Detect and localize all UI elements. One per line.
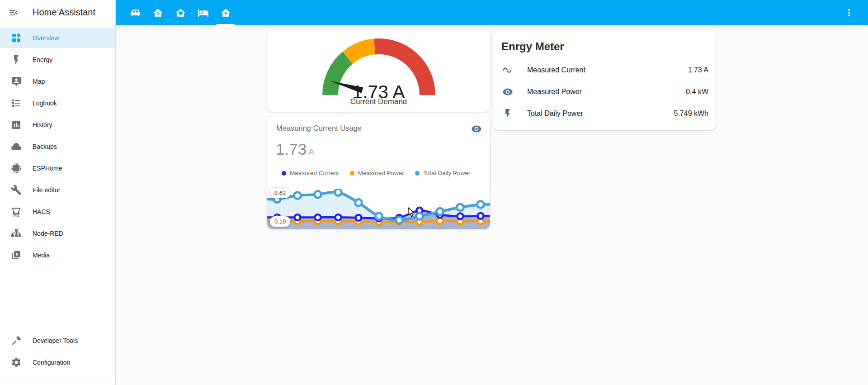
entity-value: 5.749 kWh	[674, 109, 708, 118]
legend-label: Measured Power	[358, 170, 404, 176]
entity-label: Measured Power	[527, 88, 686, 96]
sidebar-item-history[interactable]: History	[0, 115, 115, 135]
sidebar-item-hacs[interactable]: HACSHACS	[0, 202, 115, 222]
usage-chart[interactable]	[267, 189, 490, 229]
view-dashboard-icon	[11, 33, 22, 43]
dashboard-tabs: G	[124, 0, 868, 25]
legend-dot	[350, 171, 354, 176]
overflow-menu-icon[interactable]	[844, 7, 854, 18]
entity-value: 0.4 kW	[686, 88, 708, 96]
entity-row[interactable]: Measured Power0.4 kW	[493, 81, 716, 103]
legend-label: Measured Current	[290, 170, 339, 176]
sidebar-item-developer-tools[interactable]: Developer Tools	[0, 331, 115, 351]
current-unit: A	[308, 147, 314, 157]
sidebar-item-label: Backups	[33, 143, 57, 150]
list-bulleted-icon	[11, 98, 22, 109]
sidebar-item-media[interactable]: Media	[0, 245, 115, 265]
y-axis-max-badge: 8.62	[270, 188, 290, 198]
entity-value: 1.73 A	[688, 66, 708, 74]
y-axis-min-badge: 0.19	[270, 216, 290, 227]
cloud-icon	[11, 141, 22, 152]
sidebar-divider	[0, 381, 115, 381]
cog-icon	[11, 357, 22, 368]
sidebar-item-map[interactable]: Map	[0, 71, 115, 91]
legend-dot	[415, 171, 420, 176]
hacs-store-icon: HACS	[11, 206, 22, 217]
sidebar-item-logbook[interactable]: Logbook	[0, 93, 115, 113]
measuring-usage-card: Measuring Current Usage 1.73A Measured C…	[267, 116, 490, 229]
sidebar-item-backups[interactable]: Backups	[0, 137, 115, 157]
sidebar-item-label: Media	[33, 252, 50, 259]
sidebar-item-esphome[interactable]: ESPHome	[0, 158, 115, 178]
entity-row[interactable]: Measured Current1.73 A	[493, 59, 716, 81]
chip-icon	[11, 163, 22, 174]
bed-icon	[198, 7, 209, 19]
home-garage-icon: G	[152, 7, 164, 19]
eye-icon[interactable]	[471, 124, 482, 134]
legend-item[interactable]: Measured Current	[282, 170, 339, 176]
dashboard-tab-sofa[interactable]	[124, 0, 146, 25]
eye-icon	[502, 86, 513, 97]
sidebar-item-configuration[interactable]: Configuration	[0, 352, 115, 372]
dashboard-tab-bed[interactable]	[192, 0, 214, 25]
sidebar-header: Home Assistant	[0, 0, 115, 25]
sidebar-footer-menu: Developer ToolsConfiguration	[0, 331, 115, 372]
sidebar: Home Assistant OverviewEnergyMapLogbookH…	[0, 0, 116, 385]
energy-meter-card: Enrgy Meter Measured Current1.73 AMeasur…	[493, 30, 716, 130]
sidebar-item-node-red[interactable]: Node-RED	[0, 223, 115, 243]
sitemap-icon	[11, 228, 22, 239]
menu-open-icon[interactable]	[8, 7, 19, 18]
entity-row[interactable]: Total Daily Power5.749 kWh	[493, 103, 716, 124]
mouse-cursor	[408, 207, 417, 218]
legend-item[interactable]: Total Daily Power	[415, 170, 470, 176]
current-value: 1.73A	[276, 140, 314, 158]
svg-text:HACS: HACS	[13, 214, 20, 217]
home-lightning-icon	[220, 7, 231, 19]
gauge-card[interactable]: 1.73 A Current Demand	[267, 30, 490, 112]
play-box-multiple-icon	[11, 250, 22, 261]
entity-rows: Measured Current1.73 AMeasured Power0.4 …	[493, 59, 716, 124]
entity-label: Total Daily Power	[527, 109, 674, 118]
topbar: G	[116, 0, 868, 25]
chart-box-icon	[11, 119, 22, 130]
sidebar-item-label: Logbook	[33, 100, 57, 107]
legend-label: Total Daily Power	[423, 170, 470, 176]
gauge: 1.73 A	[322, 38, 435, 96]
card-title: Measuring Current Usage	[276, 124, 362, 133]
sofa-icon	[130, 7, 141, 19]
legend-dot	[282, 171, 286, 176]
sidebar-item-label: ESPHome	[33, 165, 62, 172]
lightning-bolt-icon	[11, 54, 22, 65]
sidebar-item-label: Configuration	[33, 359, 70, 366]
sidebar-item-energy[interactable]: Energy	[0, 50, 115, 70]
legend-item[interactable]: Measured Power	[350, 170, 404, 176]
dashboard-tab-home-lightning[interactable]	[214, 0, 237, 25]
sidebar-menu: OverviewEnergyMapLogbookHistoryBackupsES…	[0, 28, 115, 265]
sidebar-item-label: HACS	[33, 208, 50, 215]
sidebar-item-label: Overview	[33, 34, 59, 42]
sidebar-item-overview[interactable]: Overview	[0, 28, 115, 48]
hammer-icon	[11, 335, 22, 346]
gauge-label: Current Demand	[267, 97, 490, 106]
sidebar-item-label: Node-RED	[33, 230, 63, 237]
dashboard-tab-home-heart[interactable]	[169, 0, 192, 25]
wrench-icon	[11, 185, 22, 195]
sidebar-item-label: Energy	[33, 56, 52, 63]
home-heart-icon	[175, 7, 186, 19]
tooltip-account-icon	[11, 76, 22, 87]
dashboard-tab-home-garage[interactable]: G	[146, 0, 169, 25]
sidebar-item-file-editor[interactable]: File editor	[0, 180, 115, 200]
lightning-bolt-icon	[502, 108, 513, 119]
sidebar-item-label: Map	[33, 78, 45, 85]
current-ac-icon	[502, 65, 513, 76]
sidebar-item-label: File editor	[33, 186, 60, 194]
sidebar-item-label: Developer Tools	[33, 337, 78, 344]
chart-legend: Measured CurrentMeasured PowerTotal Dail…	[282, 170, 470, 176]
svg-text:G: G	[156, 11, 160, 16]
sidebar-item-label: History	[33, 121, 52, 128]
card-title: Enrgy Meter	[501, 40, 716, 53]
entity-label: Measured Current	[527, 66, 688, 74]
app-title: Home Assistant	[33, 7, 95, 18]
